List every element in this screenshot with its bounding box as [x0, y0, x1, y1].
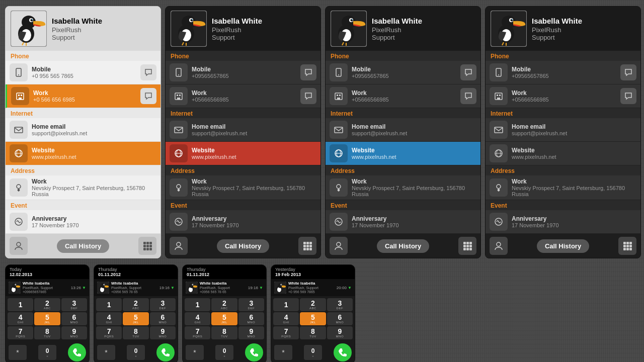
- dial-key-4-8[interactable]: 8 TUV: [300, 326, 326, 339]
- list-icon-4-2-0: [490, 178, 508, 197]
- contacts-footer-icon-3[interactable]: [330, 237, 348, 255]
- dial-key-4-7[interactable]: 7 PQRS: [273, 326, 299, 339]
- dial-key-3-2[interactable]: 2 ABC: [211, 298, 237, 311]
- dial-key-1-7[interactable]: 7 PQRS: [8, 326, 33, 339]
- list-item-4-0-1[interactable]: Work +05666566985: [486, 84, 640, 108]
- message-button-2-0-1[interactable]: [300, 88, 316, 104]
- list-item-1-2-0[interactable]: Work Nevskiy Prospect 7, Saint Petersbur…: [6, 175, 160, 200]
- dial-key-2-2[interactable]: 2 ABC: [123, 298, 148, 311]
- list-item-4-3-0[interactable]: Anniversary 17 November 1970: [486, 210, 640, 234]
- dial-key-1-6[interactable]: 6 MNO: [61, 312, 87, 325]
- dial-key-3-3[interactable]: 3 DEF: [238, 298, 264, 311]
- dial-key-4-5[interactable]: 5 JKL: [300, 312, 326, 325]
- dial-key-3-1[interactable]: 1: [185, 298, 210, 311]
- call-history-button-1[interactable]: Call History: [57, 239, 109, 253]
- list-item-4-1-1[interactable]: Website www.pixelrush.net: [486, 142, 640, 165]
- dial-key-1-2[interactable]: 2 ABC: [34, 298, 60, 311]
- dial-key-3-6[interactable]: 6 MNO: [238, 312, 264, 325]
- list-item-2-0-1[interactable]: Work +05666566985: [166, 84, 320, 108]
- dial-key-3-8[interactable]: 8 TUV: [211, 326, 237, 339]
- svg-rect-106: [499, 95, 501, 96]
- list-item-2-1-1[interactable]: Website www.pixelrush.net: [166, 142, 320, 165]
- list-item-3-1-1[interactable]: Website www.pixelrush.net: [326, 142, 480, 165]
- dial-num-1-0: 1: [19, 301, 23, 308]
- dial-key-4-6[interactable]: 6 MNO: [327, 312, 353, 325]
- star-key-4[interactable]: *: [274, 345, 292, 360]
- list-item-3-0-1[interactable]: Work +05666566985: [326, 84, 480, 108]
- avatar-3: [331, 11, 367, 47]
- dial-key-3-4[interactable]: 4 GHI: [185, 312, 210, 325]
- dial-key-4-9[interactable]: 9 MNO: [327, 326, 353, 339]
- call-button-4[interactable]: [334, 343, 352, 361]
- dial-key-4-3[interactable]: 3 DEF: [327, 298, 353, 311]
- list-item-3-3-0[interactable]: Anniversary 17 November 1970: [326, 210, 480, 234]
- contacts-footer-icon-4[interactable]: [490, 237, 508, 255]
- dial-key-1-5[interactable]: 5 JKL: [34, 312, 60, 325]
- message-button-3-0-1[interactable]: [460, 88, 476, 104]
- list-item-title-2-3-0: Anniversary: [192, 215, 316, 222]
- dial-key-1-3[interactable]: 3 DEF: [61, 298, 87, 311]
- dial-key-2-5[interactable]: 5 JKL: [123, 312, 148, 325]
- section-label-3-2: Address: [326, 165, 480, 175]
- list-item-3-2-0[interactable]: Work Nevskiy Prospect 7, Saint Petersbur…: [326, 175, 480, 200]
- grid-footer-icon-2[interactable]: [298, 237, 316, 255]
- list-item-1-1-0[interactable]: Home email support@pixelrush.net: [6, 118, 160, 142]
- dial-key-4-1[interactable]: 1: [273, 298, 299, 311]
- dial-key-2-3[interactable]: 3 DEF: [150, 298, 176, 311]
- call-button-3[interactable]: [245, 343, 263, 361]
- dial-key-2-4[interactable]: 4 GHI: [96, 312, 122, 325]
- message-button-4-0-0[interactable]: [620, 64, 636, 80]
- contacts-footer-icon-2[interactable]: [170, 237, 188, 255]
- dial-key-1-4[interactable]: 4 GHI: [8, 312, 33, 325]
- star-key-3[interactable]: *: [186, 345, 204, 360]
- list-item-1-0-1[interactable]: Work +0 566 656 6985: [6, 84, 160, 108]
- list-item-1-3-0[interactable]: Anniversary 17 November 1970: [6, 210, 160, 234]
- list-item-2-2-0[interactable]: Work Nevskiy Prospect 7, Saint Petersbur…: [166, 175, 320, 200]
- list-item-2-0-0[interactable]: Mobile +09565657865: [166, 61, 320, 84]
- dial-key-2-9[interactable]: 9 MNO: [150, 326, 176, 339]
- call-history-button-3[interactable]: Call History: [377, 239, 429, 253]
- dial-key-2-1[interactable]: 1: [96, 298, 122, 311]
- list-item-title-1-1-0: Home email: [32, 123, 156, 130]
- call-button-1[interactable]: [68, 343, 86, 361]
- list-item-1-1-1[interactable]: Website www.pixelrush.net: [6, 142, 160, 165]
- dial-key-2-8[interactable]: 8 TUV: [123, 326, 148, 339]
- message-button-2-0-0[interactable]: [300, 64, 316, 80]
- list-item-2-1-0[interactable]: Home email support@pixelrush.net: [166, 118, 320, 142]
- dial-key-2-7[interactable]: 7 PQRS: [96, 326, 122, 339]
- zero-key-4[interactable]: 0 +: [304, 345, 322, 360]
- dial-key-4-4[interactable]: 4 GHI: [273, 312, 299, 325]
- zero-key-1[interactable]: 0 +: [38, 345, 56, 360]
- zero-key-3[interactable]: 0 +: [215, 345, 233, 360]
- message-button-3-0-0[interactable]: [460, 64, 476, 80]
- zero-key-2[interactable]: 0 +: [127, 345, 145, 360]
- dial-key-1-8[interactable]: 8 TUV: [34, 326, 60, 339]
- dial-key-1-1[interactable]: 1: [8, 298, 33, 311]
- message-button-1-0-0[interactable]: [140, 64, 156, 80]
- list-item-1-0-0[interactable]: Mobile +0 956 565 7865: [6, 61, 160, 84]
- star-key-1[interactable]: *: [9, 345, 27, 360]
- message-button-4-0-1[interactable]: [620, 88, 636, 104]
- grid-footer-icon-1[interactable]: [138, 237, 156, 255]
- call-history-button-4[interactable]: Call History: [537, 239, 589, 253]
- list-item-title-3-1-1: Website: [352, 147, 476, 154]
- dial-key-2-6[interactable]: 6 MNO: [150, 312, 176, 325]
- grid-footer-icon-4[interactable]: [618, 237, 636, 255]
- dial-key-4-2[interactable]: 2 ABC: [300, 298, 326, 311]
- list-item-4-0-0[interactable]: Mobile +09565657865: [486, 61, 640, 84]
- contacts-footer-icon-1[interactable]: [10, 237, 28, 255]
- call-button-2[interactable]: [156, 343, 175, 361]
- grid-footer-icon-3[interactable]: [458, 237, 476, 255]
- star-key-2[interactable]: *: [97, 345, 115, 360]
- dial-key-3-9[interactable]: 9 MNO: [238, 326, 264, 339]
- list-item-2-3-0[interactable]: Anniversary 17 November 1970: [166, 210, 320, 234]
- dial-key-3-5[interactable]: 5 JKL: [211, 312, 237, 325]
- list-item-3-1-0[interactable]: Home email support@pixelrush.net: [326, 118, 480, 142]
- message-button-1-0-1[interactable]: [140, 88, 156, 104]
- list-item-4-2-0[interactable]: Work Nevskiy Prospect 7, Saint Petersbur…: [486, 175, 640, 200]
- list-item-4-1-0[interactable]: Home email support@pixelrush.net: [486, 118, 640, 142]
- list-item-3-0-0[interactable]: Mobile +09565657865: [326, 61, 480, 84]
- call-history-button-2[interactable]: Call History: [217, 239, 269, 253]
- dial-key-1-9[interactable]: 9 MNO: [61, 326, 87, 339]
- dial-key-3-7[interactable]: 7 PQRS: [185, 326, 210, 339]
